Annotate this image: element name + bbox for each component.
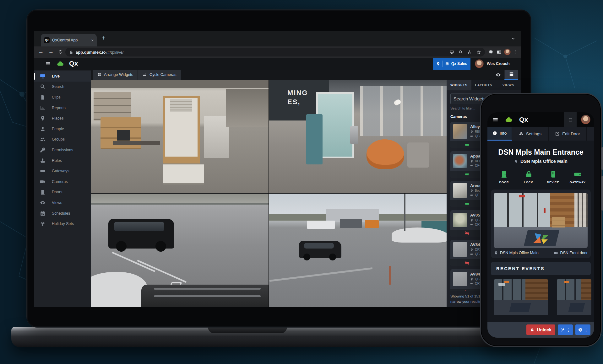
sidebar-item-permissions[interactable]: Permissions [34, 145, 91, 155]
grid-layout-button[interactable] [504, 70, 518, 80]
tab-layouts[interactable]: LAYOUTS [471, 80, 496, 90]
black-suv [108, 219, 174, 249]
browser-tab[interactable]: Qx QxControl App × [41, 34, 97, 46]
tab-filler [587, 127, 594, 141]
tab-views[interactable]: VIEWS [496, 80, 521, 90]
orange-loader [365, 220, 379, 228]
cloud-status-icon [57, 60, 64, 67]
back-button[interactable]: ← [38, 49, 44, 55]
camera-view-parking-west[interactable] [91, 194, 269, 307]
laptop-base [11, 327, 547, 347]
sidebar-item-live[interactable]: Live [34, 71, 91, 82]
install-app-icon[interactable] [449, 50, 454, 55]
sidebar-item-doors[interactable]: Doors [34, 187, 91, 198]
dump-truck [340, 219, 362, 228]
calendar-icon [40, 211, 46, 216]
sidebar-nav: Live Search Clips Reports Places People … [34, 70, 91, 307]
org-selector-button[interactable]: Qx Sales [433, 58, 470, 70]
browser-menu-kebab-icon[interactable] [513, 50, 518, 54]
stamp-icon [40, 158, 46, 163]
pin-icon [470, 248, 473, 251]
palm-icon [40, 221, 46, 227]
curb-marking [269, 267, 372, 282]
chip-lock[interactable]: LOCK [516, 170, 541, 184]
tab-title: QxControl App [52, 38, 89, 42]
camera-view-parking-east[interactable] [269, 194, 447, 307]
door-camera-view [494, 193, 588, 248]
gateway-offline-icon [465, 231, 470, 236]
file-cabinet [204, 116, 229, 158]
gateway-online-icon [465, 142, 470, 147]
sidebar-item-holiday-sets[interactable]: Holiday Sets [34, 218, 91, 229]
gateway-icon [470, 194, 473, 197]
camera-view-lobby[interactable]: MINGES, [269, 80, 447, 193]
tools-menu-button[interactable]: ⋮ [558, 324, 573, 335]
share-icon[interactable] [467, 50, 472, 55]
phone-tab-settings[interactable]: Settings [512, 127, 549, 141]
event-thumbnail[interactable] [557, 279, 591, 315]
settings-menu-button[interactable]: ⋮ [575, 324, 590, 335]
gateway-online-icon [465, 172, 470, 177]
pin-icon [470, 160, 473, 163]
pin-icon [514, 159, 518, 163]
orange-armchair [367, 139, 404, 169]
qxcontrol-app: Qx Qx Sales Wes Crouch Live Search Clips… [34, 58, 521, 307]
bookmark-star-icon[interactable] [476, 50, 481, 55]
tab-close-icon[interactable]: × [91, 38, 94, 42]
pin-icon [470, 278, 473, 281]
tab-widgets[interactable]: WIDGETS [447, 80, 471, 90]
tabstrip-chevron-icon[interactable] [511, 36, 516, 41]
orchid [394, 98, 402, 106]
sidebar-item-people[interactable]: People [34, 124, 91, 134]
browser-profile-avatar[interactable] [504, 49, 511, 55]
visibility-toggle-button[interactable] [492, 70, 504, 80]
sidebar-item-clips[interactable]: Clips [34, 92, 91, 103]
gateway-icon [470, 253, 473, 256]
browser-navbar: ← → app.qumulex.io/#/qx/live/ [34, 46, 521, 58]
sidebar-item-search[interactable]: Search [34, 82, 91, 92]
unlock-button[interactable]: Unlock [526, 324, 555, 335]
gateway-offline-icon [465, 260, 470, 265]
phone-org-button[interactable] [564, 112, 577, 127]
zoom-icon[interactable] [459, 50, 463, 54]
arrange-widgets-button[interactable]: Arrange Widgets [93, 70, 138, 80]
side-panel-icon[interactable] [497, 50, 502, 55]
phone-tab-edit-door[interactable]: Edit Door [549, 127, 587, 141]
forward-button[interactable]: → [48, 49, 54, 55]
gateway-icon [470, 164, 473, 167]
sidebar-item-gateways[interactable]: Gateways [34, 166, 91, 176]
cycle-cameras-button[interactable]: Cycle Cameras [138, 70, 181, 80]
sidebar-item-groups[interactable]: Groups [34, 134, 91, 145]
address-bar[interactable]: app.qumulex.io/#/qx/live/ [65, 48, 485, 56]
sidebar-item-views[interactable]: Views [34, 197, 91, 208]
app-menu-icon[interactable] [45, 61, 51, 67]
new-tab-button[interactable]: + [102, 35, 106, 41]
phone-tab-info[interactable]: Info [487, 127, 512, 141]
chip-device[interactable]: DEVICE [541, 170, 565, 184]
cycle-icon [143, 72, 147, 77]
sidebar-item-reports[interactable]: Reports [34, 103, 91, 113]
event-thumbnail[interactable] [494, 279, 548, 315]
parking-line [111, 252, 155, 272]
chip-gateway[interactable]: GATEWAY [565, 170, 590, 184]
laptop-lid-notch [208, 327, 287, 333]
chip-door[interactable]: DOOR [492, 170, 516, 184]
device-icon [549, 170, 557, 179]
sidebar-item-cameras[interactable]: Cameras [34, 176, 91, 187]
divider [443, 61, 443, 67]
extensions-puzzle-icon[interactable] [488, 50, 493, 55]
phone-app-logo: Qx [519, 116, 528, 123]
sidebar-item-places[interactable]: Places [34, 113, 91, 124]
gear-icon [578, 328, 583, 332]
phone-menu-icon[interactable] [492, 117, 498, 123]
url-path: /#/qx/live/ [106, 50, 123, 55]
sidebar-item-schedules[interactable]: Schedules [34, 208, 91, 219]
user-avatar[interactable] [475, 59, 484, 68]
pin-icon [40, 115, 46, 121]
recent-events-header[interactable]: RECENT EVENTS [491, 262, 591, 275]
camera-view-warehouse[interactable] [91, 80, 269, 193]
sidebar-item-roles[interactable]: Roles [34, 155, 91, 166]
reload-button[interactable] [58, 49, 63, 55]
door-camera-card[interactable]: DSN Mpls Office Main DSN Front door [491, 190, 591, 258]
phone-user-avatar[interactable] [581, 115, 590, 124]
